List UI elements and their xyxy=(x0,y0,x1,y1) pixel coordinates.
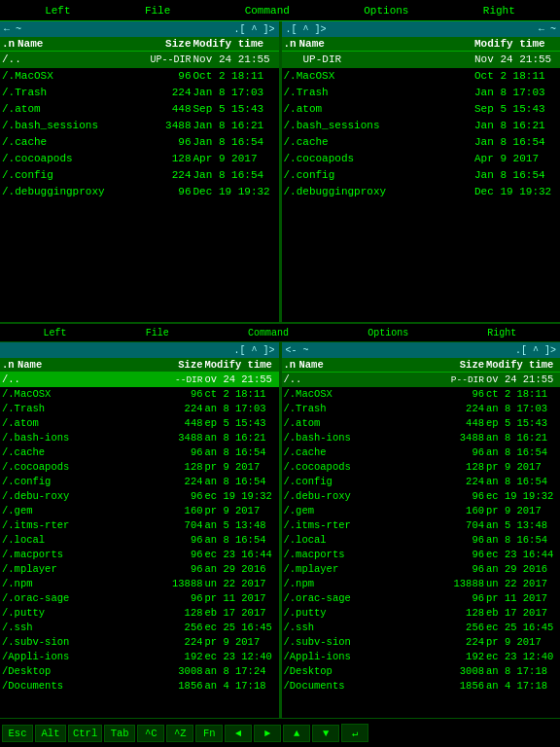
file-row[interactable]: /.atom Sep 5 15:43 xyxy=(282,101,561,118)
fn-enter[interactable]: ↵ xyxy=(341,724,368,742)
file-row[interactable]: /.Trash Jan 8 17:03 xyxy=(282,85,561,101)
section-separator: Left File Command Options Right xyxy=(0,323,560,342)
file-row[interactable]: /.config 224 an 8 16:54 xyxy=(0,475,279,489)
file-row[interactable]: /.atom 448 Sep 5 15:43 xyxy=(0,101,279,118)
top-left-headers: .n Name Size Modify time xyxy=(0,37,279,52)
file-row[interactable]: /.Trash 224 an 8 17:03 xyxy=(282,402,561,416)
top-right-file-list: UP-DIR Nov 24 21:55 /.MacOSX Oct 2 18:11… xyxy=(282,52,561,322)
file-row[interactable]: /.orac-sage 96 pr 11 2017 xyxy=(282,591,561,606)
file-row[interactable]: /.bash_sessions 3488 Jan 8 16:21 xyxy=(0,118,279,134)
file-row[interactable]: /.gem 160 pr 9 2017 xyxy=(0,504,279,518)
menu-command[interactable]: Command xyxy=(239,5,296,17)
file-row[interactable]: /.mplayer 96 an 29 2016 xyxy=(282,562,561,577)
file-row[interactable]: /.cache Jan 8 16:54 xyxy=(282,134,561,151)
file-row[interactable]: /.subv-sion 224 pr 9 2017 xyxy=(282,635,561,650)
file-row[interactable]: /.ssh 256 ec 25 16:45 xyxy=(282,621,561,635)
fn-left[interactable]: ◄ xyxy=(225,725,252,742)
file-row[interactable]: /.subv-sion 224 pr 9 2017 xyxy=(0,635,279,650)
bottom-left-panel: .[ ^ ]> .n Name Size Modify time /.. --D… xyxy=(0,342,280,718)
top-left-panel: ← ~ .[ ^ ]> .n Name Size Modify time /..… xyxy=(0,21,280,322)
fn-up[interactable]: ▲ xyxy=(283,725,310,742)
bottom-right-panel: <- ~ .[ ^ ]> .n Name Size Modify time /.… xyxy=(282,342,561,718)
file-row[interactable]: /.MacOSX 96 Oct 2 18:11 xyxy=(0,68,279,85)
top-right-headers: .n Name Modify time xyxy=(282,37,561,52)
fn-tab[interactable]: Tab xyxy=(104,725,135,742)
fn-ctrl-c[interactable]: ^C xyxy=(137,725,164,742)
file-row[interactable]: /.config 224 Jan 8 16:54 xyxy=(0,167,279,184)
function-bar: Esc Alt Ctrl Tab ^C ^Z Fn ◄ ► ▲ ▼ ↵ xyxy=(0,718,560,747)
file-row[interactable]: /.MacOSX 96 ct 2 18:11 xyxy=(0,387,279,402)
file-row[interactable]: /.debuggingproxy 96 Dec 19 19:32 xyxy=(0,184,279,200)
menu-file[interactable]: File xyxy=(139,5,176,17)
file-row[interactable]: /.. --DIR ov 24 21:55 xyxy=(0,373,279,387)
file-row[interactable]: /.putty 128 eb 17 2017 xyxy=(282,606,561,621)
file-row[interactable]: /Appli-ions 192 ec 23 12:40 xyxy=(282,650,561,664)
file-row[interactable]: /.itms-rter 704 an 5 13:48 xyxy=(282,518,561,533)
bottom-left-file-list: /.. --DIR ov 24 21:55 /.MacOSX 96 ct 2 1… xyxy=(0,373,279,718)
file-row[interactable]: /.macports 96 ec 23 16:44 xyxy=(0,548,279,562)
file-row[interactable]: UP-DIR Nov 24 21:55 xyxy=(282,52,561,68)
file-row[interactable]: /.npm 13888 un 22 2017 xyxy=(0,577,279,591)
file-row[interactable]: /.. UP--DIR Nov 24 21:55 xyxy=(0,52,279,68)
file-row[interactable]: /.cocoapods 128 pr 9 2017 xyxy=(0,460,279,475)
file-row[interactable]: /.cocoapods 128 Apr 9 2017 xyxy=(0,151,279,167)
file-row[interactable]: /.Trash 224 an 8 17:03 xyxy=(0,402,279,416)
file-row[interactable]: /.bash-ions 3488 an 8 16:21 xyxy=(0,431,279,445)
file-row[interactable]: /.atom 448 ep 5 15:43 xyxy=(282,416,561,431)
file-row[interactable]: /.debu-roxy 96 ec 19 19:32 xyxy=(282,489,561,504)
file-row[interactable]: /.debuggingproxy Dec 19 19:32 xyxy=(282,184,561,200)
file-row[interactable]: /.itms-rter 704 an 5 13:48 xyxy=(0,518,279,533)
fn-down[interactable]: ▼ xyxy=(312,725,339,742)
file-row[interactable]: /.debu-roxy 96 ec 19 19:32 xyxy=(0,489,279,504)
fn-right[interactable]: ► xyxy=(254,725,281,742)
file-row[interactable]: /.cocoapods 128 pr 9 2017 xyxy=(282,460,561,475)
bottom-left-headers: .n Name Size Modify time xyxy=(0,358,279,373)
fn-ctrl[interactable]: Ctrl xyxy=(68,725,102,742)
fn-alt[interactable]: Alt xyxy=(35,725,66,742)
file-row[interactable]: /.atom 448 ep 5 15:43 xyxy=(0,416,279,431)
file-row[interactable]: /.MacOSX Oct 2 18:11 xyxy=(282,68,561,85)
file-row[interactable]: /.orac-sage 96 pr 11 2017 xyxy=(0,591,279,606)
menu-left[interactable]: Left xyxy=(39,5,76,17)
bottom-panels: .[ ^ ]> .n Name Size Modify time /.. --D… xyxy=(0,342,560,718)
file-row[interactable]: /Desktop 3008 an 8 17:18 xyxy=(282,664,561,679)
file-row[interactable]: /Documents 1856 an 4 17:18 xyxy=(282,679,561,694)
file-row[interactable]: /Desktop 3008 an 8 17:24 xyxy=(0,664,279,679)
file-row[interactable]: /.putty 128 eb 17 2017 xyxy=(0,606,279,621)
file-row[interactable]: /.local 96 an 8 16:54 xyxy=(0,533,279,548)
top-left-path: ← ~ .[ ^ ]> xyxy=(0,21,279,37)
app-container: Left File Command Options Right ← ~ .[ ^… xyxy=(0,0,560,747)
menu-options[interactable]: Options xyxy=(358,5,414,17)
file-row[interactable]: /.. P--DIR ov 24 21:55 xyxy=(282,373,561,387)
file-row[interactable]: /.cocoapods Apr 9 2017 xyxy=(282,151,561,167)
file-row[interactable]: /.local 96 an 8 16:54 xyxy=(282,533,561,548)
file-row[interactable]: /.mplayer 96 an 29 2016 xyxy=(0,562,279,577)
file-row[interactable]: /.config 224 an 8 16:54 xyxy=(282,475,561,489)
file-row[interactable]: /.bash_sessions Jan 8 16:21 xyxy=(282,118,561,134)
fn-esc[interactable]: Esc xyxy=(2,725,33,742)
fn-ctrl-z[interactable]: ^Z xyxy=(166,725,193,742)
file-row[interactable]: /.npm 13888 un 22 2017 xyxy=(282,577,561,591)
file-row[interactable]: /.ssh 256 ec 25 16:45 xyxy=(0,621,279,635)
top-right-panel: .[ ^ ]> ← ~ .n Name Modify time UP-DIR N… xyxy=(282,21,561,322)
file-row[interactable]: /.MacOSX 96 ct 2 18:11 xyxy=(282,387,561,402)
file-row[interactable]: /.cache 96 an 8 16:54 xyxy=(0,445,279,460)
file-row[interactable]: /Documents 1856 an 4 17:18 xyxy=(0,679,279,694)
file-row[interactable]: /.gem 160 pr 9 2017 xyxy=(282,504,561,518)
top-menu-bar: Left File Command Options Right xyxy=(0,0,560,21)
file-row[interactable]: /.cache 96 Jan 8 16:54 xyxy=(0,134,279,151)
bottom-right-headers: .n Name Size Modify time xyxy=(282,358,561,373)
bottom-left-path: .[ ^ ]> xyxy=(0,342,279,358)
menu-right[interactable]: Right xyxy=(477,5,521,17)
file-row[interactable]: /.config Jan 8 16:54 xyxy=(282,167,561,184)
file-row[interactable]: /Appli-ions 192 ec 23 12:40 xyxy=(0,650,279,664)
file-row[interactable]: /.Trash 224 Jan 8 17:03 xyxy=(0,85,279,101)
fn-fn[interactable]: Fn xyxy=(195,725,223,742)
top-panels: ← ~ .[ ^ ]> .n Name Size Modify time /..… xyxy=(0,21,560,323)
file-row[interactable]: /.macports 96 ec 23 16:44 xyxy=(282,548,561,562)
file-row[interactable]: /.bash-ions 3488 an 8 16:21 xyxy=(282,431,561,445)
bottom-right-file-list: /.. P--DIR ov 24 21:55 /.MacOSX 96 ct 2 … xyxy=(282,373,561,718)
bottom-right-path: <- ~ .[ ^ ]> xyxy=(282,342,561,358)
top-right-path: .[ ^ ]> ← ~ xyxy=(282,21,561,37)
file-row[interactable]: /.cache 96 an 8 16:54 xyxy=(282,445,561,460)
